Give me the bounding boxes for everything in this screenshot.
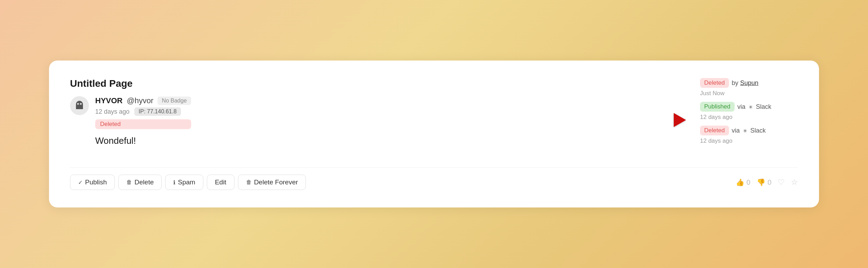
slack-icon: ✳ [747, 104, 754, 111]
edit-button[interactable]: Edit [207, 175, 234, 190]
user-status-badge: Deleted [95, 119, 191, 129]
activity-time-3: 12 days ago [700, 137, 766, 144]
thumbs-down-value: 0 [768, 178, 771, 186]
svg-marker-1 [674, 113, 686, 127]
activity-item-2: Published via ✳ Slack 12 days ago [700, 102, 771, 121]
info-icon: ℹ [173, 179, 175, 186]
published-badge: Published [700, 102, 735, 112]
activity-user-1: by Supun [732, 79, 758, 87]
activity-badges-1: Deleted by Supun [700, 78, 758, 88]
avatar [70, 96, 89, 115]
delete-label: Delete [134, 178, 154, 186]
actor-link[interactable]: Supun [740, 79, 758, 86]
activity-item-1: Deleted by Supun Just Now [700, 78, 758, 97]
star-icon[interactable]: ☆ [791, 178, 798, 187]
activity-via-2: via ✳ Slack [737, 103, 771, 111]
thumbs-down-count: 👎 0 [757, 178, 771, 186]
heart-icon[interactable]: ♡ [778, 178, 785, 187]
ip-badge: IP: 77.140.61.8 [134, 107, 181, 116]
publish-button[interactable]: ✓ Publish [70, 175, 115, 190]
user-info: HYVOR @hyvor No Badge 12 days ago IP: 77… [95, 96, 191, 129]
vote-row: 👍 0 👎 0 ♡ ☆ [736, 178, 798, 187]
activity-item-3: Deleted via ✳ Slack 12 days ago [700, 126, 766, 144]
comment-text: Wondeful! [95, 135, 686, 146]
card-top: Untitled Page HYV [70, 78, 798, 146]
slack-icon-2: ✳ [742, 127, 749, 134]
action-buttons: ✓ Publish 🗑 Delete ℹ Spam Edit 🗑 Delete … [70, 175, 306, 190]
card-left: Untitled Page HYV [70, 78, 686, 146]
edit-label: Edit [215, 178, 226, 186]
spam-label: Spam [178, 178, 195, 186]
card-right: Deleted by Supun Just Now Published via … [686, 78, 798, 144]
user-row: HYVOR @hyvor No Badge 12 days ago IP: 77… [70, 96, 686, 129]
page-title: Untitled Page [70, 78, 686, 89]
trash-forever-icon: 🗑 [246, 179, 252, 185]
activity-badges-2: Published via ✳ Slack [700, 102, 771, 112]
thumbs-up-count: 👍 0 [736, 178, 750, 186]
thumbs-up-value: 0 [747, 178, 750, 186]
publish-label: Publish [85, 178, 107, 186]
delete-forever-button[interactable]: 🗑 Delete Forever [238, 175, 306, 190]
user-name: HYVOR [95, 96, 122, 105]
svg-point-6 [78, 104, 79, 105]
trash-icon: 🗑 [126, 179, 132, 185]
user-handle: @hyvor [127, 96, 153, 105]
thumbs-down-icon: 👎 [757, 178, 765, 186]
activity-via-3: via ✳ Slack [732, 127, 766, 134]
no-badge: No Badge [158, 97, 191, 105]
card-bottom: ✓ Publish 🗑 Delete ℹ Spam Edit 🗑 Delete … [70, 167, 798, 190]
deleted-badge-1: Deleted [700, 78, 729, 88]
activity-time-1: Just Now [700, 90, 758, 97]
spam-button[interactable]: ℹ Spam [165, 175, 203, 190]
arrow-annotation [609, 110, 686, 131]
deleted-badge-2: Deleted [700, 126, 729, 135]
svg-point-7 [81, 104, 82, 105]
user-meta: 12 days ago IP: 77.140.61.8 [95, 107, 191, 116]
comment-card: Untitled Page HYV [49, 61, 819, 207]
delete-forever-label: Delete Forever [254, 178, 298, 186]
thumbs-up-icon: 👍 [736, 178, 744, 186]
activity-time-2: 12 days ago [700, 114, 771, 121]
user-name-row: HYVOR @hyvor No Badge [95, 96, 191, 105]
time-ago: 12 days ago [95, 108, 130, 115]
check-icon: ✓ [78, 179, 83, 186]
delete-button[interactable]: 🗑 Delete [118, 175, 162, 190]
activity-badges-3: Deleted via ✳ Slack [700, 126, 766, 135]
